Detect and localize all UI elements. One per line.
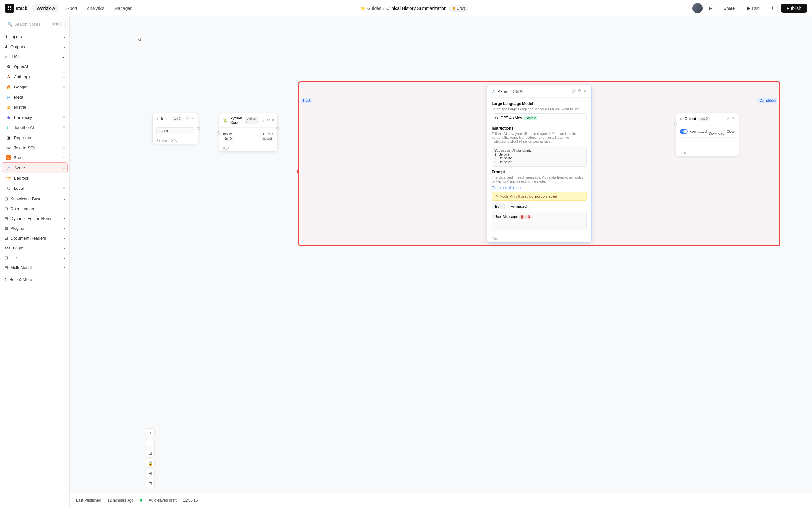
sidebar-item-replicate[interactable]: ▣ Replicate ≡ — [0, 132, 69, 143]
close-icon-input[interactable]: ✕ — [191, 116, 194, 121]
settings-icon-azure[interactable]: ⚙ — [577, 89, 581, 94]
output-node-body: Formatted ⬇ Download Clear — [676, 124, 739, 150]
sidebar-item-bedrock[interactable]: aws Bedrock ≡ — [0, 173, 69, 183]
share-button[interactable]: Share — [719, 4, 740, 12]
sidebar-category-inputs[interactable]: ⬆ Inputs › — [0, 32, 69, 42]
model-selector[interactable]: ⚙ GPT-4o Mes Fastest — [492, 113, 587, 122]
sidebar-section-inputs: ⬆ Inputs › ⬇ Outputs › ○ LLMs ⌄ — [0, 32, 69, 193]
lock-button[interactable]: 🔒 — [146, 459, 155, 468]
settings-icon-python[interactable]: ⚙ — [267, 118, 270, 123]
input-node-badge: 1n-0 — [172, 117, 183, 121]
user-message-area[interactable]: User Message: @ in-0 — [492, 212, 587, 231]
togetherai-label: TogetherAI — [14, 125, 34, 130]
formatted-toggle[interactable] — [680, 129, 688, 134]
grid-button[interactable]: ⊞ — [146, 469, 155, 478]
multi-modal-chevron: › — [64, 265, 65, 270]
drag-icon-bedrock: ≡ — [63, 176, 65, 180]
sidebar-item-openai[interactable]: ⚙ OpenAI ≡ — [0, 61, 69, 72]
drag-icon-groq: ≡ — [63, 155, 65, 160]
sidebar-category-logic[interactable]: </> Logic › — [0, 243, 69, 253]
connector-left-output — [674, 123, 677, 126]
input-node-circle-icon: ○ — [156, 117, 159, 121]
red-arrow — [142, 171, 300, 171]
zoom-in-button[interactable]: + — [146, 429, 155, 437]
python-icon: 🐍 — [223, 118, 228, 123]
play-icon-button[interactable]: ▶ — [706, 3, 716, 13]
sidebar-item-google[interactable]: 🔥 Google ≡ — [0, 82, 69, 92]
input-field[interactable]: P-001 — [156, 127, 194, 134]
avatar[interactable] — [693, 3, 703, 13]
sidebar-item-azure[interactable]: △ Azure ≡ — [2, 162, 67, 173]
sidebar-item-text-to-sql[interactable]: </> Text-to-SQL ≡ — [0, 143, 69, 153]
sidebar-item-mistral[interactable]: ▦ Mistral ≡ — [0, 102, 69, 112]
info-icon-azure[interactable]: ⓘ — [571, 89, 576, 94]
close-icon-output[interactable]: ✕ — [732, 116, 735, 121]
download-icon-button[interactable]: ⬇ — [768, 3, 778, 13]
llm-section-desc: Select the Large Language Model (LLM) yo… — [492, 107, 587, 111]
publish-button[interactable]: Publish — [781, 4, 807, 13]
sidebar-item-anthropic[interactable]: A Anthropic ≡ — [0, 72, 69, 82]
sidebar-collapse-button[interactable]: ◁ — [136, 36, 142, 43]
meta-icon: ◎ — [6, 94, 11, 100]
prompt-link[interactable]: Examples of a good prompt — [492, 186, 587, 189]
clear-btn[interactable]: Clear — [727, 130, 735, 133]
info-icon[interactable]: ⓘ — [186, 116, 190, 121]
sidebar-category-llms[interactable]: ○ LLMs ⌄ — [0, 52, 69, 61]
sidebar-category-outputs[interactable]: ⬇ Outputs › — [0, 42, 69, 52]
azure-header-badge: 1.1n-0 — [511, 89, 524, 94]
nav-tab-export[interactable]: Export — [60, 4, 82, 12]
breadcrumb-parent[interactable]: Guides — [367, 6, 381, 11]
draft-badge[interactable]: Draft — [449, 5, 468, 12]
canvas-controls: + − ⊡ 🔒 ⊞ ⊟ — [146, 429, 155, 488]
multi-modal-icon: ⊞ — [4, 265, 8, 270]
sidebar-category-document-readers[interactable]: ⊞ Document Readers › — [0, 233, 69, 243]
fit-button[interactable]: ⊡ — [146, 449, 155, 458]
model-badge: Fastest — [524, 116, 537, 120]
help-item[interactable]: ? Help & More — [0, 274, 69, 285]
sidebar-item-local[interactable]: ⬡ Local ≡ — [0, 183, 69, 193]
header-actions: ▶ Share ▶ Run ⬇ Publish — [693, 3, 807, 13]
sidebar-category-multi-modal[interactable]: ⊞ Multi-Modal › — [0, 263, 69, 273]
drag-icon: ≡ — [63, 64, 65, 69]
nav-tab-manager[interactable]: Manager — [110, 4, 136, 12]
download-btn[interactable]: ⬇ Download — [709, 127, 724, 135]
mistral-icon: ▦ — [6, 104, 11, 110]
minimap-button[interactable]: ⊟ — [146, 479, 155, 488]
search-icon: 🔍 — [7, 22, 12, 26]
canvas: ◁ ○ Input 1n-0 ⓘ ✕ P-001 — [70, 16, 812, 507]
close-icon-python[interactable]: ✕ — [271, 118, 275, 123]
azure-header-icon: △ — [492, 89, 495, 94]
input-node: ○ Input 1n-0 ⓘ ✕ P-001 3 tokens 0.0¢ — [152, 113, 198, 144]
prompt-title: Prompt — [492, 170, 587, 174]
zoom-out-button[interactable]: − — [146, 439, 155, 447]
sidebar-category-dynamic-vector[interactable]: ⊞ Dynamic Vector Stores › — [0, 214, 69, 223]
knowledge-icon: ⊞ — [4, 196, 8, 201]
nav-tab-workflow[interactable]: Workflow — [32, 4, 59, 12]
nav-tab-analytics[interactable]: Analytics — [83, 4, 109, 12]
upload-icon: ⬆ — [4, 35, 8, 39]
dynamic-vector-chevron: › — [64, 216, 65, 221]
azure-highlight-box: Input Completion △ Azure 1.1n-0 ⓘ ⚙ ✕ — [298, 81, 780, 246]
sidebar-item-groq[interactable]: g Groq ≡ — [0, 153, 69, 162]
sidebar-category-utils[interactable]: ⊞ Utils › — [0, 253, 69, 263]
sidebar-category-plugins[interactable]: ⊞ Plugins › — [0, 223, 69, 233]
sidebar-item-togetherai[interactable]: ⬡ TogetherAI ≡ — [0, 122, 69, 132]
search-kbd: Ctrl K — [52, 22, 62, 26]
search-bar[interactable]: 🔍 Search Nodes Ctrl K — [4, 20, 66, 29]
tabs-row: Edit Formatted — [492, 203, 587, 210]
sidebar-item-perplexity[interactable]: ◆ Perplexity ≡ — [0, 112, 69, 122]
sidebar-category-data-loaders[interactable]: ⊞ Data Loaders › — [0, 204, 69, 214]
close-icon-azure[interactable]: ✕ — [583, 89, 587, 94]
sidebar-category-knowledge-bases[interactable]: ⊞ Knowledge Bases › — [0, 194, 69, 204]
run-label: Run — [752, 6, 760, 10]
instructions-desc: Tell the AI how you'd like it to respond… — [492, 132, 587, 143]
tab-formatted[interactable]: Formatted — [507, 203, 530, 210]
info-icon-output[interactable]: ⓘ — [727, 116, 730, 121]
instructions-area[interactable]: You are an AI assistant. 1) Be brief. 2)… — [492, 146, 587, 167]
run-button[interactable]: ▶ Run — [743, 4, 764, 12]
draft-label: Draft — [457, 6, 465, 10]
output-node-title: Output — [684, 117, 696, 121]
sidebar-item-meta[interactable]: ◎ Meta ≡ — [0, 92, 69, 102]
tab-edit[interactable]: Edit — [492, 203, 505, 210]
info-icon-python[interactable]: ⓘ — [262, 118, 265, 123]
